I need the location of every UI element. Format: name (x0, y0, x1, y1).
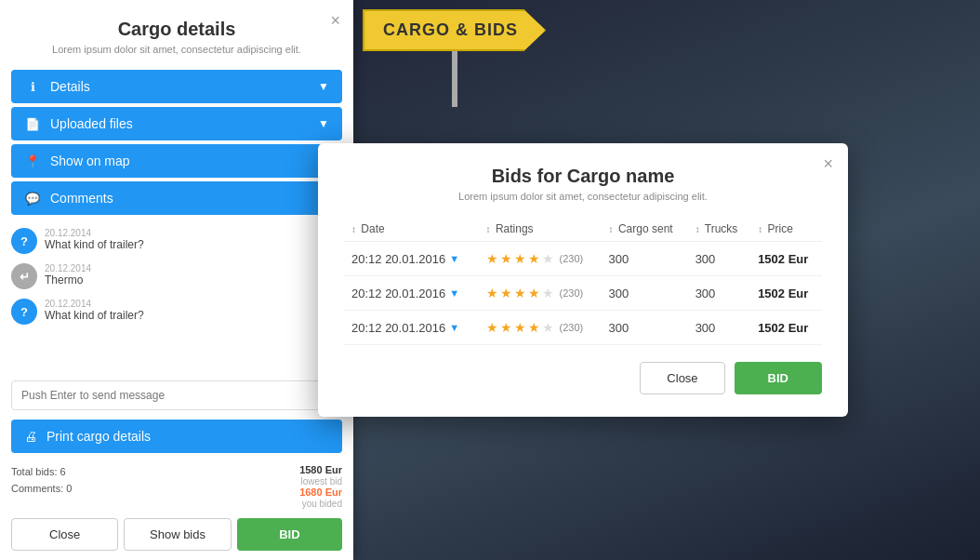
star-icon: ★ (514, 251, 526, 266)
rating-count: (230) (560, 322, 584, 333)
col-header-trucks: ↕ Trucks (688, 217, 751, 242)
sort-icon: ↕ (486, 224, 491, 234)
star-icon: ★ (500, 320, 512, 335)
rating-count: (230) (560, 253, 584, 264)
cell-price: 1502 Eur (750, 242, 822, 276)
star-icon: ★ (500, 251, 512, 266)
rating-count: (230) (560, 287, 584, 299)
col-header-cargo-sent: ↕ Cargo sent (602, 217, 688, 242)
bids-table: ↕ Date ↕ Ratings ↕ Cargo sent ↕ Trucks (344, 217, 822, 345)
modal-close-action-button[interactable]: Close (640, 362, 724, 394)
star-icon: ★ (486, 286, 498, 300)
star-icon: ★ (486, 251, 498, 266)
sort-icon: ↕ (695, 224, 700, 234)
col-price-label: Price (767, 222, 792, 235)
sort-icon: ↕ (351, 224, 356, 234)
table-row: 20:12 20.01.2016 ▼★★★★★(230)3003001502 E… (344, 242, 822, 276)
col-trucks-label: Trucks (705, 222, 738, 235)
col-ratings-label: Ratings (496, 222, 534, 235)
bids-modal-title: Bids for Cargo name (344, 166, 822, 187)
sort-icon: ↕ (758, 224, 762, 234)
star-icon: ★ (500, 286, 512, 300)
cell-price: 1502 Eur (750, 311, 822, 345)
date-value: 20:12 20.01.2016 (351, 252, 445, 266)
cell-cargo-sent: 300 (602, 276, 688, 311)
star-icon: ★ (514, 320, 526, 335)
bids-modal-subtitle: Lorem ipsum dolor sit amet, consectetur … (344, 191, 822, 202)
star-icon: ★ (528, 251, 540, 266)
bids-modal: Bids for Cargo name Lorem ipsum dolor si… (318, 143, 848, 417)
col-cargo-sent-label: Cargo sent (618, 222, 673, 235)
col-header-ratings: ↕ Ratings (479, 217, 602, 242)
bids-modal-header: Bids for Cargo name Lorem ipsum dolor si… (344, 166, 822, 202)
cell-trucks: 300 (688, 242, 751, 276)
cell-trucks: 300 (688, 276, 751, 311)
cell-date: 20:12 20.01.2016 ▼ (344, 242, 479, 276)
dropdown-arrow-icon: ▼ (449, 253, 459, 264)
star-empty-icon: ★ (542, 251, 554, 266)
col-header-date: ↕ Date (344, 217, 479, 242)
dropdown-arrow-icon: ▼ (449, 322, 459, 333)
star-icon: ★ (528, 286, 540, 300)
star-icon: ★ (486, 320, 498, 335)
price-value: 1502 Eur (758, 287, 808, 300)
cell-date: 20:12 20.01.2016 ▼ (344, 276, 479, 311)
table-row: 20:12 20.01.2016 ▼★★★★★(230)3003001502 E… (344, 276, 822, 311)
cell-date: 20:12 20.01.2016 ▼ (344, 311, 479, 345)
date-value: 20:12 20.01.2016 (351, 287, 445, 300)
bids-modal-overlay: Bids for Cargo name Lorem ipsum dolor si… (0, 0, 980, 560)
sort-icon: ↕ (609, 224, 614, 234)
cell-trucks: 300 (688, 311, 751, 345)
cell-rating: ★★★★★(230) (479, 276, 602, 311)
price-value: 1502 Eur (758, 321, 808, 335)
date-value: 20:12 20.01.2016 (351, 321, 445, 335)
col-date-label: Date (361, 222, 384, 235)
star-empty-icon: ★ (542, 286, 554, 300)
table-row: 20:12 20.01.2016 ▼★★★★★(230)3003001502 E… (344, 311, 822, 345)
modal-bid-action-button[interactable]: BID (735, 362, 822, 394)
modal-actions: Close BID (344, 362, 822, 394)
modal-close-button[interactable]: × (823, 154, 833, 174)
star-empty-icon: ★ (542, 320, 554, 335)
cell-cargo-sent: 300 (602, 242, 688, 276)
cell-cargo-sent: 300 (602, 311, 688, 345)
star-icon: ★ (514, 286, 526, 300)
col-header-price: ↕ Price (750, 217, 822, 242)
cell-rating: ★★★★★(230) (479, 242, 602, 276)
star-icon: ★ (528, 320, 540, 335)
dropdown-arrow-icon: ▼ (449, 287, 459, 299)
price-value: 1502 Eur (758, 252, 808, 266)
cell-price: 1502 Eur (750, 276, 822, 311)
cell-rating: ★★★★★(230) (479, 311, 602, 345)
